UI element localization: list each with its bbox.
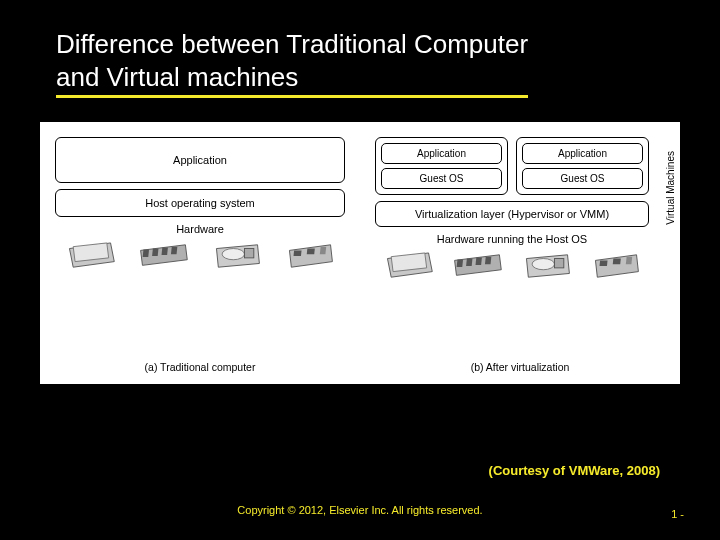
- vm-1: Application Guest OS: [375, 137, 508, 195]
- svg-point-8: [222, 249, 244, 260]
- cpu-icon: [62, 241, 118, 271]
- vm1-app: Application: [381, 143, 502, 164]
- vm-2: Application Guest OS: [516, 137, 649, 195]
- vm-row: Application Guest OS Application Guest O…: [375, 137, 649, 195]
- svg-marker-1: [73, 243, 108, 262]
- hardware-row: [55, 241, 345, 271]
- svg-rect-18: [466, 259, 472, 266]
- ram-icon: [449, 251, 505, 281]
- svg-rect-20: [485, 257, 491, 264]
- svg-rect-17: [457, 259, 463, 266]
- panel-traditional: Application Host operating system Hardwa…: [41, 123, 361, 383]
- box-virt-layer: Virtualization layer (Hypervisor or VMM): [375, 201, 649, 227]
- panel-virtualized: Virtual Machines Application Guest OS Ap…: [361, 123, 679, 383]
- svg-rect-4: [152, 249, 158, 256]
- box-host-os: Host operating system: [55, 189, 345, 217]
- svg-rect-23: [554, 259, 563, 268]
- copyright-text: Copyright © 2012, Elsevier Inc. All righ…: [237, 504, 482, 516]
- disk-icon: [209, 241, 265, 271]
- svg-rect-12: [307, 249, 315, 255]
- ram-icon: [135, 241, 191, 271]
- svg-rect-26: [613, 259, 621, 265]
- svg-rect-6: [171, 247, 177, 254]
- slide-title: Difference between Traditional Computer …: [0, 0, 720, 98]
- nic-icon: [282, 241, 338, 271]
- cpu-icon: [380, 251, 436, 281]
- vm2-app: Application: [522, 143, 643, 164]
- svg-rect-9: [244, 249, 253, 258]
- title-line-1: Difference between Traditional Computer: [56, 29, 528, 59]
- nic-icon: [588, 251, 644, 281]
- svg-rect-11: [294, 250, 302, 256]
- title-line-2: and Virtual machines: [56, 62, 298, 92]
- side-label-vm: Virtual Machines: [665, 151, 676, 225]
- svg-rect-3: [143, 249, 149, 256]
- hardware-row-b: [375, 251, 649, 281]
- credit-text: (Courtesy of VMWare, 2008): [489, 463, 660, 478]
- caption-b: (b) After virtualization: [361, 361, 679, 373]
- svg-point-22: [532, 259, 554, 270]
- disk-icon: [519, 251, 575, 281]
- caption-a: (a) Traditional computer: [41, 361, 359, 373]
- svg-marker-15: [391, 253, 426, 272]
- label-hw-host: Hardware running the Host OS: [375, 233, 649, 245]
- svg-rect-5: [162, 248, 168, 255]
- svg-rect-27: [626, 257, 632, 264]
- svg-rect-19: [476, 258, 482, 265]
- vm2-os: Guest OS: [522, 168, 643, 189]
- architecture-diagram: Application Host operating system Hardwa…: [40, 122, 680, 384]
- box-application: Application: [55, 137, 345, 183]
- svg-rect-25: [600, 260, 608, 266]
- svg-rect-13: [320, 247, 326, 254]
- label-hardware: Hardware: [55, 223, 345, 235]
- page-number: 1 -: [671, 508, 684, 520]
- vm1-os: Guest OS: [381, 168, 502, 189]
